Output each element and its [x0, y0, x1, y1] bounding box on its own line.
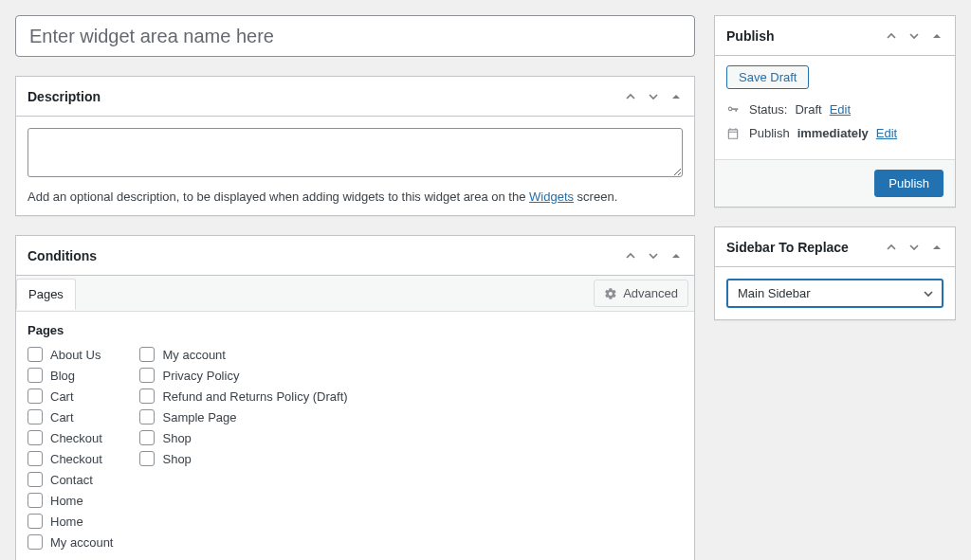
conditions-panel-actions: [624, 249, 683, 262]
chevron-down-icon[interactable]: [647, 90, 660, 103]
sidebar-replace-actions: [885, 241, 944, 254]
caret-up-icon[interactable]: [930, 29, 944, 43]
status-value: Draft: [795, 102, 821, 117]
description-textarea[interactable]: [27, 128, 683, 177]
page-checkbox[interactable]: [27, 409, 43, 425]
page-checkbox-label: Checkout: [50, 431, 102, 445]
page-checkbox-label: Blog: [50, 369, 75, 383]
status-row: Status: Draft Edit: [726, 102, 944, 117]
page-checkbox-row[interactable]: Contact: [27, 472, 113, 487]
page-checkbox-label: Cart: [50, 389, 74, 404]
description-help-text: Add an optional description, to be displ…: [27, 190, 683, 204]
page-checkbox-label: Privacy Policy: [162, 369, 239, 383]
page-checkbox-row[interactable]: Checkout: [27, 451, 113, 466]
page-checkbox-label: My account: [162, 348, 225, 362]
page-checkbox-row[interactable]: Shop: [139, 451, 347, 466]
page-checkbox-row[interactable]: Blog: [27, 368, 113, 383]
page-checkbox-row[interactable]: About Us: [27, 347, 113, 362]
page-checkbox[interactable]: [139, 388, 155, 404]
status-edit-link[interactable]: Edit: [830, 102, 851, 117]
schedule-row: Publish immediately Edit: [726, 126, 944, 140]
publish-button[interactable]: Publish: [874, 170, 944, 197]
tab-pages[interactable]: Pages: [16, 279, 76, 310]
sidebar-replace-panel: Sidebar To Replace Main Sidebar: [714, 226, 956, 320]
chevron-up-icon[interactable]: [885, 29, 898, 43]
widget-area-title-input[interactable]: [15, 15, 695, 57]
calendar-icon: [726, 127, 742, 140]
page-checkbox-row[interactable]: Checkout: [27, 430, 113, 445]
chevron-up-icon[interactable]: [624, 249, 637, 262]
page-checkbox[interactable]: [139, 430, 155, 445]
page-checkbox-label: Contact: [50, 473, 93, 487]
advanced-button[interactable]: Advanced: [594, 280, 688, 307]
page-checkbox-label: Shop: [162, 452, 191, 466]
chevron-down-icon[interactable]: [647, 249, 660, 262]
schedule-edit-link[interactable]: Edit: [876, 126, 897, 140]
conditions-panel: Conditions Pages: [15, 235, 695, 560]
page-checkbox[interactable]: [27, 514, 43, 529]
page-checkbox-row[interactable]: Privacy Policy: [139, 368, 347, 383]
page-checkbox-label: Shop: [162, 431, 191, 445]
publish-panel-actions: [885, 29, 944, 43]
conditions-heading: Conditions: [27, 248, 97, 263]
key-icon: [726, 103, 742, 117]
page-checkbox[interactable]: [27, 347, 43, 362]
description-heading: Description: [27, 89, 101, 104]
description-panel-header: Description: [16, 77, 694, 117]
page-checkbox-label: Home: [50, 494, 83, 508]
page-checkbox-label: Checkout: [50, 452, 102, 466]
page-checkbox[interactable]: [27, 451, 43, 466]
save-draft-button[interactable]: Save Draft: [726, 65, 809, 89]
conditions-panel-header: Conditions: [16, 236, 694, 276]
page-checkbox[interactable]: [139, 368, 155, 383]
page-checkbox-label: Cart: [50, 410, 74, 425]
caret-up-icon[interactable]: [669, 249, 683, 262]
page-checkbox-label: My account: [50, 535, 113, 550]
page-checkbox[interactable]: [27, 472, 43, 487]
page-checkbox-row[interactable]: Sample Page: [139, 409, 347, 425]
page-checkbox[interactable]: [27, 493, 43, 508]
gear-icon: [604, 287, 617, 300]
pages-checkbox-column-2: My accountPrivacy PolicyRefund and Retur…: [139, 347, 347, 550]
page-checkbox-row[interactable]: My account: [27, 534, 113, 550]
page-checkbox-label: Refund and Returns Policy (Draft): [162, 389, 347, 404]
page-checkbox[interactable]: [139, 451, 155, 466]
advanced-label: Advanced: [623, 286, 678, 300]
chevron-up-icon[interactable]: [885, 241, 898, 254]
page-checkbox[interactable]: [139, 409, 155, 425]
publish-value: immediately: [797, 126, 869, 140]
page-checkbox-row[interactable]: Home: [27, 514, 113, 529]
widgets-link[interactable]: Widgets: [529, 190, 574, 204]
page-checkbox-row[interactable]: Cart: [27, 409, 113, 425]
description-panel: Description Add an optional descrip: [15, 76, 695, 216]
page-checkbox-label: Sample Page: [162, 410, 236, 425]
page-checkbox[interactable]: [27, 388, 43, 404]
conditions-tabs: Pages Advanced: [16, 276, 694, 312]
page-checkbox[interactable]: [27, 430, 43, 445]
caret-up-icon[interactable]: [669, 90, 683, 103]
page-checkbox-label: Home: [50, 515, 83, 529]
page-checkbox-row[interactable]: My account: [139, 347, 347, 362]
page-checkbox[interactable]: [27, 368, 43, 383]
status-label: Status:: [749, 102, 787, 117]
pages-section-heading: Pages: [27, 323, 683, 337]
page-checkbox-row[interactable]: Cart: [27, 388, 113, 404]
chevron-down-icon[interactable]: [907, 241, 921, 254]
page-checkbox[interactable]: [27, 534, 43, 550]
publish-label: Publish: [749, 126, 790, 140]
publish-panel-header: Publish: [715, 16, 955, 56]
description-help-suffix: screen.: [574, 190, 617, 204]
page-checkbox[interactable]: [139, 347, 155, 362]
page-checkbox-label: About Us: [50, 348, 101, 362]
chevron-up-icon[interactable]: [624, 90, 637, 103]
caret-up-icon[interactable]: [930, 241, 944, 254]
description-help-prefix: Add an optional description, to be displ…: [27, 190, 529, 204]
page-checkbox-row[interactable]: Home: [27, 493, 113, 508]
page-checkbox-row[interactable]: Refund and Returns Policy (Draft): [139, 388, 347, 404]
sidebar-replace-header: Sidebar To Replace: [715, 227, 955, 267]
sidebar-replace-select[interactable]: Main Sidebar: [726, 279, 944, 308]
publish-heading: Publish: [726, 28, 775, 44]
chevron-down-icon[interactable]: [907, 29, 921, 43]
page-checkbox-row[interactable]: Shop: [139, 430, 347, 445]
pages-checkbox-column-1: About UsBlogCartCartCheckoutCheckoutCont…: [27, 347, 113, 550]
